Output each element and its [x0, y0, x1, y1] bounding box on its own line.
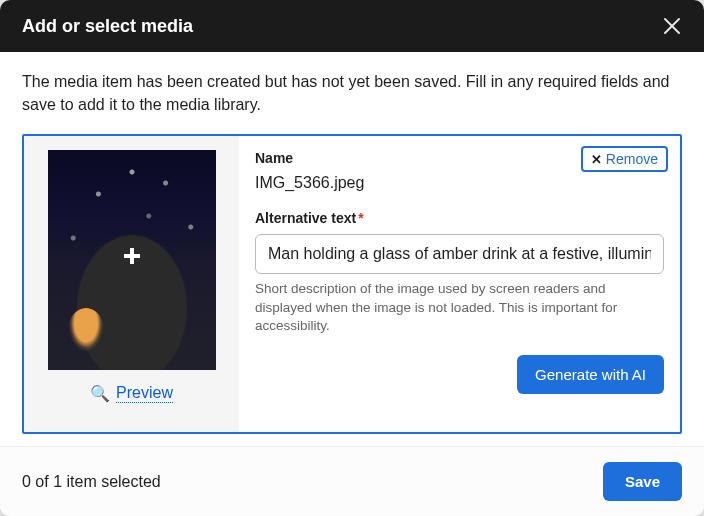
media-modal: Add or select media The media item has b…: [0, 0, 704, 516]
media-item-card: 🔍 Preview ✕ Remove Name IMG_5366.jpeg Al…: [22, 134, 682, 434]
preview-link[interactable]: 🔍 Preview: [90, 384, 173, 403]
modal-body: The media item has been created but has …: [0, 52, 704, 446]
modal-header: Add or select media: [0, 0, 704, 52]
plus-icon: [124, 248, 140, 264]
required-indicator: *: [358, 210, 363, 226]
thumbnail-column: 🔍 Preview: [24, 136, 239, 432]
alt-label: Alternative text*: [255, 210, 664, 226]
thumbnail-image[interactable]: [48, 150, 216, 370]
remove-label: Remove: [606, 151, 658, 167]
modal-title: Add or select media: [22, 16, 193, 37]
name-value: IMG_5366.jpeg: [255, 174, 664, 192]
alt-help-text: Short description of the image used by s…: [255, 280, 664, 335]
magnifier-icon: 🔍: [90, 384, 110, 403]
save-notice: The media item has been created but has …: [22, 70, 682, 116]
close-button[interactable]: [662, 16, 682, 36]
close-icon: [663, 17, 681, 35]
preview-label: Preview: [116, 384, 173, 403]
generate-ai-button[interactable]: Generate with AI: [517, 355, 664, 394]
selection-count: 0 of 1 item selected: [22, 473, 161, 491]
alt-text-input[interactable]: [255, 234, 664, 274]
modal-footer: 0 of 1 item selected Save: [0, 446, 704, 516]
generate-row: Generate with AI: [255, 355, 664, 394]
save-button[interactable]: Save: [603, 462, 682, 501]
remove-x-icon: ✕: [591, 152, 602, 167]
form-column: ✕ Remove Name IMG_5366.jpeg Alternative …: [239, 136, 680, 432]
alt-text-field: Alternative text* Short description of t…: [255, 210, 664, 335]
remove-button[interactable]: ✕ Remove: [581, 146, 668, 172]
